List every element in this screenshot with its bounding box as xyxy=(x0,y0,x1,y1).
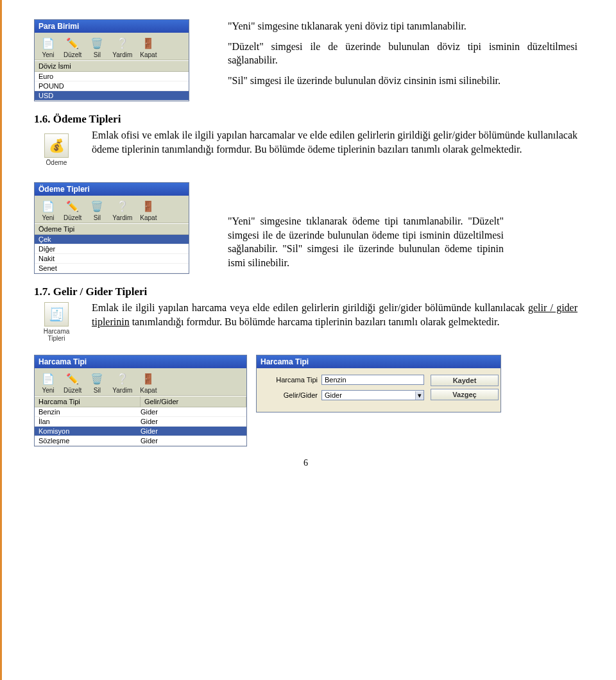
expense-types-icon: 🧾 xyxy=(44,302,69,327)
gelir-gider-dropdown[interactable]: Gider ▾ xyxy=(321,390,424,400)
vazgec-button[interactable]: Vazgeç xyxy=(431,389,499,400)
chevron-down-icon: ▾ xyxy=(415,391,424,400)
paragraph: Emlak ile ilgili yapılan harcama veya el… xyxy=(92,301,578,328)
field-label: Gelir/Gider xyxy=(263,391,318,399)
yardim-button[interactable]: ❔Yardim xyxy=(108,370,136,395)
sil-button[interactable]: 🗑️Sil xyxy=(85,35,108,59)
toolbar: 📄Yeni ✏️Düzelt 🗑️Sil ❔Yardim 🚪Kapat xyxy=(35,33,189,60)
list-item[interactable]: Euro xyxy=(35,72,189,81)
kapat-button[interactable]: 🚪Kapat xyxy=(136,370,160,395)
table-row[interactable]: İlanGider xyxy=(35,417,246,427)
list-body: Euro POUND USD xyxy=(35,72,189,101)
new-file-icon: 📄 xyxy=(40,371,56,386)
para-birimi-window: Para Birimi 📄Yeni ✏️Düzelt 🗑️Sil ❔Yardim… xyxy=(34,19,189,101)
table-body: BenzinGider İlanGider KomisyonGider Sözl… xyxy=(35,407,246,446)
odeme-tipleri-window: Ödeme Tipleri 📄Yeni ✏️Düzelt 🗑️Sil ❔Yard… xyxy=(34,182,189,274)
yeni-button[interactable]: 📄Yeni xyxy=(37,198,60,222)
table-row[interactable]: BenzinGider xyxy=(35,407,246,417)
edit-icon: ✏️ xyxy=(65,198,80,214)
list-item[interactable]: Nakit xyxy=(35,254,189,264)
yeni-button[interactable]: 📄Yeni xyxy=(37,370,60,395)
list-item[interactable]: USD xyxy=(35,91,189,101)
trash-icon: 🗑️ xyxy=(89,198,105,214)
yeni-button[interactable]: 📄Yeni xyxy=(37,35,60,59)
heading-1-6: 1.6. Ödeme Tipleri xyxy=(34,113,578,126)
list-item[interactable]: Çek xyxy=(35,235,189,244)
window-title: Ödeme Tipleri xyxy=(35,183,189,196)
toolbar: 📄Yeni ✏️Düzelt 🗑️Sil ❔Yardim 🚪Kapat xyxy=(35,196,189,223)
yardim-button[interactable]: ❔Yardim xyxy=(108,35,136,59)
new-file-icon: 📄 xyxy=(40,35,56,51)
page-number: 6 xyxy=(34,458,578,468)
exit-icon: 🚪 xyxy=(141,198,156,214)
paragraph: "Düzelt" simgesi ile de üzerinde bulunul… xyxy=(228,40,578,67)
paragraph: "Yeni" simgesine tıklanarak yeni döviz t… xyxy=(228,19,578,33)
yardim-button[interactable]: ❔Yardim xyxy=(108,198,136,222)
list-item[interactable]: Diğer xyxy=(35,244,189,254)
harcama-tipi-window: Harcama Tipi 📄Yeni ✏️Düzelt 🗑️Sil ❔Yardi… xyxy=(34,355,247,446)
list-body: Çek Diğer Nakit Senet xyxy=(35,235,189,273)
paragraph: "Yeni" simgesine tıklanarak ödeme tipi t… xyxy=(228,214,504,269)
duzelt-button[interactable]: ✏️Düzelt xyxy=(60,370,85,395)
exit-icon: 🚪 xyxy=(141,371,156,386)
edit-icon: ✏️ xyxy=(65,35,80,51)
window-title: Harcama Tipi xyxy=(35,355,246,368)
list-item[interactable]: POUND xyxy=(35,81,189,91)
edit-icon: ✏️ xyxy=(65,371,80,386)
payment-icon: 💰 xyxy=(44,133,69,158)
kapat-button[interactable]: 🚪Kapat xyxy=(136,35,160,59)
table-row[interactable]: SözleşmeGider xyxy=(35,436,246,446)
harcama-tipi-input[interactable]: Benzin xyxy=(321,375,424,385)
table-header: Harcama Tipi Gelir/Gider xyxy=(35,396,246,407)
help-icon: ❔ xyxy=(115,198,130,214)
kaydet-button[interactable]: Kaydet xyxy=(431,375,499,386)
duzelt-button[interactable]: ✏️Düzelt xyxy=(60,35,85,59)
sil-button[interactable]: 🗑️Sil xyxy=(85,198,108,222)
help-icon: ❔ xyxy=(115,35,130,51)
trash-icon: 🗑️ xyxy=(89,371,105,386)
help-icon: ❔ xyxy=(115,371,130,386)
paragraph: Emlak ofisi ve emlak ile ilgili yapılan … xyxy=(92,128,578,156)
window-title: Para Birimi xyxy=(35,20,189,33)
panel-title: Harcama Tipi xyxy=(257,355,501,368)
exit-icon: 🚪 xyxy=(141,35,156,51)
list-header: Döviz İsmi xyxy=(35,60,189,72)
list-header: Ödeme Tipi xyxy=(35,223,189,235)
field-label: Harcama Tipi xyxy=(263,376,318,384)
table-row[interactable]: KomisyonGider xyxy=(35,427,246,436)
harcama-tipleri-icon[interactable]: 🧾 Harcama Tipleri xyxy=(40,301,73,343)
list-item[interactable]: Senet xyxy=(35,264,189,273)
duzelt-button[interactable]: ✏️Düzelt xyxy=(60,198,85,222)
odeme-icon[interactable]: 💰 Ödeme xyxy=(40,128,73,171)
paragraph: "Sil" simgesi ile üzerinde bulunulan döv… xyxy=(228,74,578,88)
harcama-tipi-form: Harcama Tipi Harcama Tipi Benzin Gelir/G… xyxy=(256,355,501,412)
sil-button[interactable]: 🗑️Sil xyxy=(85,370,108,395)
kapat-button[interactable]: 🚪Kapat xyxy=(136,198,160,222)
toolbar: 📄Yeni ✏️Düzelt 🗑️Sil ❔Yardim 🚪Kapat xyxy=(35,368,246,396)
new-file-icon: 📄 xyxy=(40,198,56,214)
heading-1-7: 1.7. Gelir / Gider Tipleri xyxy=(34,285,578,298)
trash-icon: 🗑️ xyxy=(89,35,105,51)
